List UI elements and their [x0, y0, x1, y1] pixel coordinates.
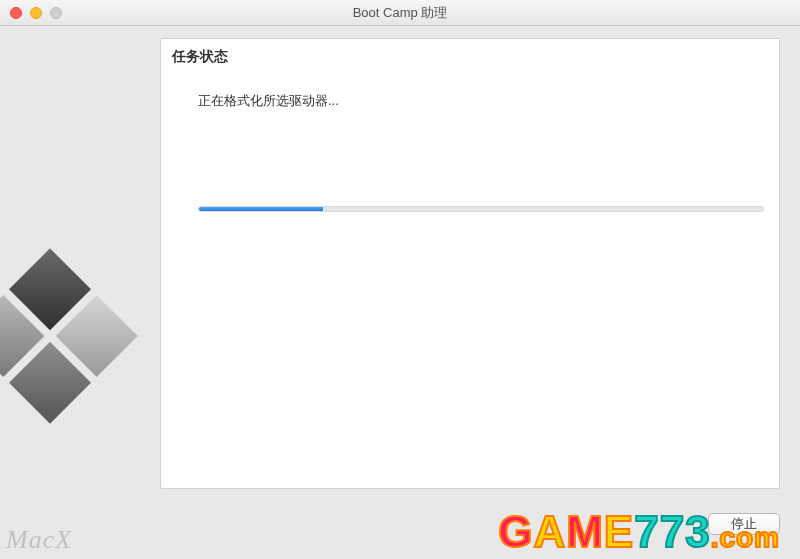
maximize-icon: [50, 7, 62, 19]
progress-fill: [199, 207, 323, 211]
minimize-icon[interactable]: [30, 7, 42, 19]
window-titlebar: Boot Camp 助理: [0, 0, 800, 26]
progress-bar: [198, 206, 764, 212]
status-heading: 任务状态: [172, 48, 228, 66]
close-icon[interactable]: [10, 7, 22, 19]
status-text: 正在格式化所选驱动器...: [198, 92, 339, 110]
watermark-macx: MacX: [6, 525, 72, 555]
traffic-lights: [10, 7, 62, 19]
content-area: 任务状态 正在格式化所选驱动器... 停止 MacX GAME773.com: [0, 26, 800, 559]
bootcamp-logo-icon: [0, 206, 180, 466]
stop-button[interactable]: 停止: [708, 513, 780, 535]
window-title: Boot Camp 助理: [0, 4, 800, 22]
